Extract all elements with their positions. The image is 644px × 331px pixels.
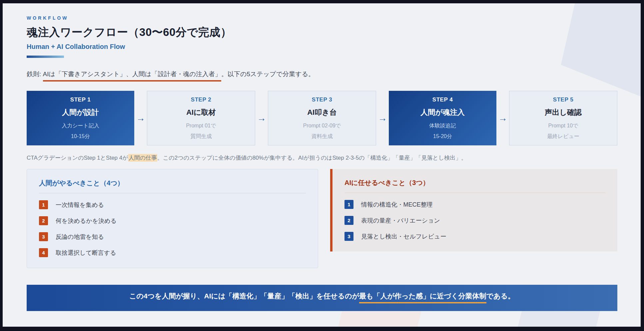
step-card-5: STEP 5 声出し確認 Prompt 10で 最終レビュー xyxy=(509,91,617,145)
step-card-2: STEP 2 AIに取材 Prompt 01で 質問生成 xyxy=(147,91,255,145)
banner-pre: この4つを人間が握り、AIには「構造化」「量産」「検出」を任せるのが xyxy=(129,292,359,300)
divider xyxy=(344,193,605,193)
accent-gradient-bar xyxy=(27,56,64,58)
human-panel-title: 人間がやるべきこと（4つ） xyxy=(39,179,306,188)
list-item: 4 取捨選択して断言する xyxy=(39,248,306,257)
principle-suffix: 。以下の5ステップで分業する。 xyxy=(221,71,315,78)
step-title: 声出し確認 xyxy=(545,107,582,117)
step-label: STEP 3 xyxy=(312,96,332,103)
workflow-steps-row: STEP 1 人間が設計 入力シート記入 10-15分 → STEP 2 AIに… xyxy=(27,91,617,145)
step-sub: 体験談追記 xyxy=(429,122,456,129)
caption-highlighted-text: 人間の仕事 xyxy=(128,154,157,162)
flow-arrow-icon: → xyxy=(134,91,147,145)
step-card-1: STEP 1 人間が設計 入力シート記入 10-15分 xyxy=(27,91,134,145)
caption-post: 。この2つのステップに全体の価値の80%が集中する。AIが担うのはStep 2-… xyxy=(157,155,467,161)
number-badge: 2 xyxy=(344,216,353,225)
flow-arrow-icon: → xyxy=(496,91,509,145)
list-item: 3 反論の地雷を知る xyxy=(39,232,306,241)
summary-banner: この4つを人間が握り、AIには「構造化」「量産」「検出」を任せるのが最も「人が作… xyxy=(27,285,617,311)
step-sub: 最終レビュー xyxy=(547,133,579,140)
number-badge: 3 xyxy=(39,232,48,241)
caption-pre: CTAグラデーションのStep 1とStep 4が xyxy=(27,155,128,161)
step-label: STEP 4 xyxy=(432,96,453,103)
number-badge: 2 xyxy=(39,216,48,225)
list-item-label: 取捨選択して断言する xyxy=(56,249,116,257)
list-item: 2 何を決めるかを決める xyxy=(39,216,306,225)
slide-content: WORKFLOW 魂注入ワークフロー（30〜60分で完成） Human + AI… xyxy=(3,3,641,311)
list-item-label: 情報の構造化・MECE整理 xyxy=(361,201,432,209)
step-sub: Prompt 02-09で xyxy=(303,122,341,129)
flow-arrow-icon: → xyxy=(376,91,389,145)
list-item-label: 表現の量産・バリエーション xyxy=(361,217,440,225)
step-title: 人間が魂注入 xyxy=(420,107,465,117)
step-sub: Prompt 10で xyxy=(548,122,578,129)
step-card-4: STEP 4 人間が魂注入 体験談追記 15-20分 xyxy=(389,91,496,145)
banner-suffix: である。 xyxy=(486,292,515,300)
step-sub: 資料生成 xyxy=(312,133,333,140)
number-badge: 4 xyxy=(39,248,48,257)
list-item: 1 情報の構造化・MECE整理 xyxy=(344,200,605,209)
divider xyxy=(39,193,306,193)
number-badge: 1 xyxy=(344,200,353,209)
list-item: 2 表現の量産・バリエーション xyxy=(344,216,605,225)
step-sub: 10-15分 xyxy=(71,133,90,140)
ai-tasks-panel: AIに任せるべきこと（3つ） 1 情報の構造化・MECE整理 2 表現の量産・バ… xyxy=(330,169,617,251)
step-label: STEP 1 xyxy=(70,96,91,103)
step-label: STEP 5 xyxy=(553,96,573,103)
step-title: AIに取材 xyxy=(186,107,216,117)
ai-task-list: 1 情報の構造化・MECE整理 2 表現の量産・バリエーション 3 見落とし検出… xyxy=(344,200,605,241)
slide-canvas: WORKFLOW 魂注入ワークフロー（30〜60分で完成） Human + AI… xyxy=(3,3,641,327)
number-badge: 3 xyxy=(344,232,353,241)
human-task-list: 1 一次情報を集める 2 何を決めるかを決める 3 反論の地雷を知る 4 取捨選… xyxy=(39,200,306,257)
banner-underlined-text: 最も「人が作った感」に近づく分業体制 xyxy=(359,291,486,303)
step-title: AI叩き台 xyxy=(307,107,337,117)
panels-row: 人間がやるべきこと（4つ） 1 一次情報を集める 2 何を決めるかを決める 3 … xyxy=(27,169,617,268)
principle-underlined-text: AIは「下書きアシスタント」、人間は「設計者・魂の注入者」 xyxy=(43,70,221,82)
step-sub: 質問生成 xyxy=(191,133,212,140)
step-title: 人間が設計 xyxy=(62,107,99,117)
steps-caption: CTAグラデーションのStep 1とStep 4が人間の仕事。この2つのステップ… xyxy=(27,154,617,162)
step-sub: 入力シート記入 xyxy=(62,122,99,129)
principle-prefix: 鉄則: xyxy=(27,71,43,78)
list-item-label: 一次情報を集める xyxy=(56,201,104,209)
step-sub: Prompt 01で xyxy=(186,122,216,129)
page-title: 魂注入ワークフロー（30〜60分で完成） xyxy=(27,25,617,40)
list-item-label: 見落とし検出・セルフレビュー xyxy=(361,233,446,241)
list-item-label: 何を決めるかを決める xyxy=(56,217,117,225)
list-item: 1 一次情報を集める xyxy=(39,200,306,209)
number-badge: 1 xyxy=(39,200,48,209)
eyebrow-label: WORKFLOW xyxy=(27,15,617,21)
step-card-3: STEP 3 AI叩き台 Prompt 02-09で 資料生成 xyxy=(268,91,376,145)
human-tasks-panel: 人間がやるべきこと（4つ） 1 一次情報を集める 2 何を決めるかを決める 3 … xyxy=(27,169,318,268)
list-item: 3 見落とし検出・セルフレビュー xyxy=(344,232,605,241)
step-sub: 15-20分 xyxy=(433,133,452,140)
list-item-label: 反論の地雷を知る xyxy=(56,233,104,241)
ai-panel-title: AIに任せるべきこと（3つ） xyxy=(344,178,605,187)
principle-line: 鉄則: AIは「下書きアシスタント」、人間は「設計者・魂の注入者」。以下の5ステ… xyxy=(27,70,617,82)
page-subtitle: Human + AI Collaboration Flow xyxy=(27,43,617,51)
flow-arrow-icon: → xyxy=(255,91,268,145)
step-label: STEP 2 xyxy=(191,96,211,103)
